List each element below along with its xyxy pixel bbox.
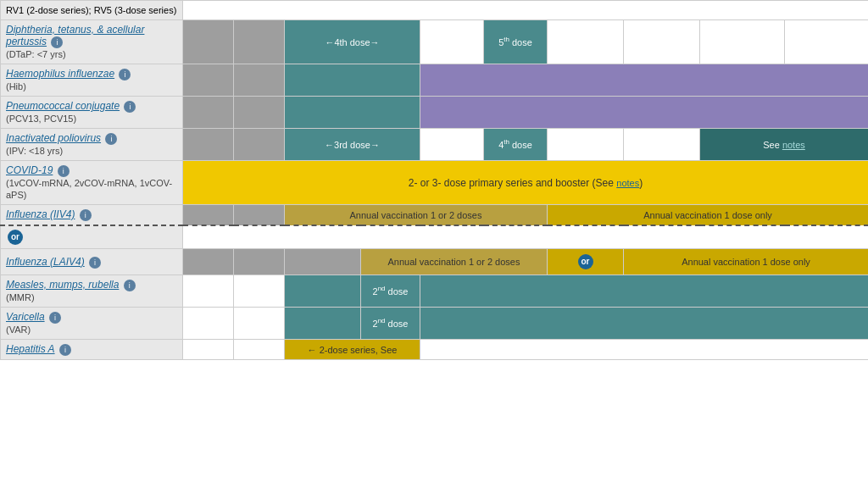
laiv4-or-cell: or <box>548 249 624 275</box>
pcv-link[interactable]: Pneumococcal conjugate <box>6 100 120 112</box>
dtap-cell-1 <box>183 20 234 64</box>
iiv4-annual-1-text: Annual vaccination 1 dose only <box>643 210 772 220</box>
vaccine-dtap: Diphtheria, tetanus, & acellular pertuss… <box>1 20 183 64</box>
mmr-subtext: (MMR) <box>6 292 35 302</box>
ipv-cell-1 <box>183 129 234 161</box>
hepa-link[interactable]: Hepatitis A <box>6 343 55 355</box>
dtap-5th-dose: 5th dose <box>484 20 548 64</box>
mmr-teal-rest <box>420 275 869 308</box>
vaccine-hepa: Hepatitis A i <box>1 340 183 360</box>
laiv4-annual-1-text: Annual vaccination 1 dose only <box>682 257 810 267</box>
dtap-info-icon[interactable]: i <box>51 36 63 48</box>
dtap-cell-8 <box>624 20 700 64</box>
vaccine-influenza-laiv4: Influenza (LAIV4) i <box>1 249 183 275</box>
hepa-cell-2 <box>234 340 285 360</box>
var-cell-2 <box>234 308 285 340</box>
laiv4-annual-12-text: Annual vaccination 1 or 2 doses <box>388 257 520 267</box>
mmr-info-icon[interactable]: i <box>124 280 136 291</box>
vaccine-hib: Haemophilus influenzae i (Hib) <box>1 64 183 97</box>
pcv-cell-1 <box>183 97 234 129</box>
ipv-subtext: (IPV: <18 yrs) <box>6 146 63 156</box>
covid-subtext: (1vCOV-mRNA, 2vCOV-mRNA, 1vCOV-aPS) <box>6 178 172 200</box>
dtap-link[interactable]: Diphtheria, tetanus, & acellular pertuss… <box>6 24 144 47</box>
hib-subtext: (Hib) <box>6 81 26 92</box>
dtap-4th-dose: ←4th dose→ <box>285 20 420 64</box>
pcv-subtext: (PCV13, PCV15) <box>6 114 76 124</box>
varicella-subtext: (VAR) <box>6 324 31 335</box>
vaccine-pcv: Pneumococcal conjugate i (PCV13, PCV15) <box>1 97 183 129</box>
varicella-link[interactable]: Varicella <box>6 311 45 323</box>
mmr-cell-2 <box>234 275 285 308</box>
laiv4-or-badge: or <box>578 254 593 269</box>
laiv4-cell-2 <box>234 249 285 275</box>
dtap-4th-label: ←4th dose→ <box>325 37 379 47</box>
dtap-cell-2 <box>234 20 285 64</box>
hib-teal <box>285 64 420 97</box>
var-cell-3 <box>285 308 361 340</box>
ipv-3rd-dose: ←3rd dose→ <box>285 129 420 161</box>
var-2nd-dose: 2nd dose <box>361 308 420 340</box>
hepa-info-icon[interactable]: i <box>59 344 71 356</box>
mmr-2nd-label: 2nd dose <box>373 286 409 297</box>
iiv4-annual-12: Annual vaccination 1 or 2 doses <box>285 205 548 226</box>
pcv-teal <box>285 97 420 129</box>
covid-schedule-text: 2- or 3- dose primary series and booster… <box>409 177 643 189</box>
rv-cells <box>183 1 869 20</box>
covid-info-icon[interactable]: i <box>58 165 70 177</box>
ipv-see-notes-text: See notes <box>763 140 805 150</box>
hib-info-icon[interactable]: i <box>119 69 131 80</box>
hib-cell-1 <box>183 64 234 97</box>
iiv4-link[interactable]: Influenza (IIV4) <box>6 208 75 220</box>
ipv-see-notes: See notes <box>700 129 869 161</box>
dtap-cell-7 <box>548 20 624 64</box>
hib-purple <box>420 64 869 97</box>
iiv4-cell-1 <box>183 205 234 226</box>
dtap-cell-5 <box>420 20 484 64</box>
pcv-info-icon[interactable]: i <box>124 101 136 113</box>
ipv-4th-dose: 4th dose <box>484 129 548 161</box>
or-spacer <box>183 225 869 249</box>
laiv4-cell-1 <box>183 249 234 275</box>
vaccine-influenza-iiv4: Influenza (IIV4) i <box>1 205 183 226</box>
hepa-series-text: ← 2-dose series, See <box>308 345 398 355</box>
mmr-2nd-dose: 2nd dose <box>361 275 420 308</box>
vaccine-ipv: Inactivated poliovirus i (IPV: <18 yrs) <box>1 129 183 161</box>
dtap-cell-10 <box>785 20 869 64</box>
iiv4-annual-1: Annual vaccination 1 dose only <box>548 205 869 226</box>
hepa-empty-rest <box>420 340 869 360</box>
vaccine-rv: RV1 (2-dose series); RV5 (3-dose series) <box>1 1 183 20</box>
or-badge: or <box>8 230 23 245</box>
var-teal-rest <box>420 308 869 340</box>
ipv-notes-link[interactable]: notes <box>782 140 805 150</box>
ipv-4th-label: 4th dose <box>498 140 532 150</box>
laiv4-annual-1: Annual vaccination 1 dose only <box>624 249 869 275</box>
iiv4-annual-12-text: Annual vaccination 1 or 2 doses <box>350 210 482 220</box>
varicella-info-icon[interactable]: i <box>49 312 61 324</box>
vaccine-varicella: Varicella i (VAR) <box>1 308 183 340</box>
covid-schedule-cell: 2- or 3- dose primary series and booster… <box>183 161 869 205</box>
or-row-label: or <box>1 225 183 249</box>
ipv-3rd-label: ←3rd dose→ <box>325 140 380 150</box>
mmr-link[interactable]: Measles, mumps, rubella <box>6 279 119 291</box>
iiv4-cell-2 <box>234 205 285 226</box>
laiv4-cell-3 <box>285 249 361 275</box>
rv-label: RV1 (2-dose series); RV5 (3-dose series) <box>6 5 176 15</box>
ipv-link[interactable]: Inactivated poliovirus <box>6 132 101 144</box>
laiv4-link[interactable]: Influenza (LAIV4) <box>6 256 85 268</box>
ipv-cell-5 <box>420 129 484 161</box>
mmr-cell-3 <box>285 275 361 308</box>
hepa-dose-series: ← 2-dose series, See <box>285 340 420 360</box>
pcv-cell-2 <box>234 97 285 129</box>
ipv-cell-8 <box>624 129 700 161</box>
dtap-subtext: (DTaP: <7 yrs) <box>6 49 66 59</box>
laiv4-info-icon[interactable]: i <box>89 257 101 269</box>
var-2nd-label: 2nd dose <box>373 319 409 329</box>
var-cell-1 <box>183 308 234 340</box>
ipv-info-icon[interactable]: i <box>105 133 117 145</box>
vaccine-covid: COVID-19 i (1vCOV-mRNA, 2vCOV-mRNA, 1vCO… <box>1 161 183 205</box>
covid-notes-link[interactable]: notes <box>616 178 639 188</box>
hib-link[interactable]: Haemophilus influenzae <box>6 68 114 80</box>
ipv-cell-2 <box>234 129 285 161</box>
covid-link[interactable]: COVID-19 <box>6 164 53 176</box>
iiv4-info-icon[interactable]: i <box>80 209 92 221</box>
